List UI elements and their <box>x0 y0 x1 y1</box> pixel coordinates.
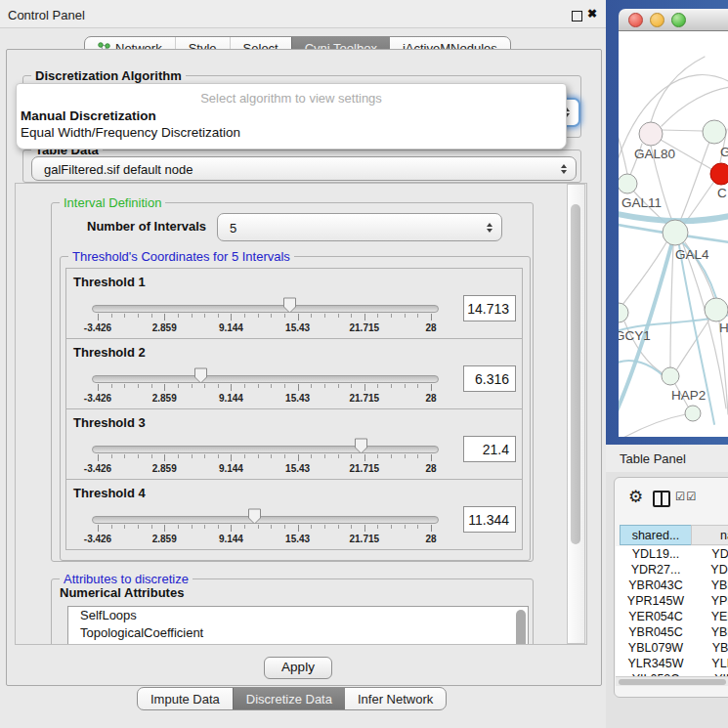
slider-thumb[interactable] <box>247 508 262 525</box>
slider-ticks <box>98 384 431 392</box>
table-row[interactable]: YBR043CYBR0 <box>616 578 728 593</box>
network-node-gal4[interactable] <box>663 220 688 245</box>
table-row[interactable]: YPR145WYPR1 <box>616 593 728 609</box>
minimize-traffic-light-icon[interactable] <box>650 13 664 27</box>
algorithm-hint-item[interactable]: Select algorithm to view settings <box>17 91 566 106</box>
node-label: H <box>719 321 728 335</box>
table-hscroll-thumb[interactable] <box>619 679 726 685</box>
network-edge[interactable] <box>619 125 627 174</box>
list-item[interactable]: BetweennessCentrality <box>68 642 528 645</box>
attributes-group: Attributes to discretize Numerical Attri… <box>51 578 534 645</box>
table-row[interactable]: YDL19...YDL1 <box>616 546 728 562</box>
control-panel-titlebar: Control Panel ✖ <box>0 0 606 28</box>
viewport-scrollbar-thumb[interactable] <box>571 204 580 544</box>
thresholds-group-title: Threshold's Coordinates for 5 Intervals <box>68 249 294 264</box>
network-node-gal80[interactable] <box>639 122 663 146</box>
threshold-label: Threshold 3 <box>73 415 146 430</box>
viewport-scrollbar-track[interactable] <box>567 184 585 644</box>
threshold-panel-3: Threshold 3-3.4262.8599.14415.4321.71528… <box>65 408 523 480</box>
node-label: GAL11 <box>621 195 662 210</box>
table-row[interactable]: YER054CYER0 <box>616 609 728 624</box>
tab-infer-network[interactable]: Infer Network <box>345 688 446 709</box>
split-columns-icon[interactable] <box>653 491 670 507</box>
close-traffic-light-icon[interactable] <box>628 13 643 27</box>
slider-track[interactable] <box>92 516 439 524</box>
network-node-h[interactable] <box>705 298 728 321</box>
network-node-ga[interactable] <box>703 120 726 144</box>
table-row[interactable]: YLR345WYLR3 <box>616 656 728 671</box>
attributes-group-title: Attributes to discretize <box>60 572 193 586</box>
network-node-c[interactable] <box>710 163 728 185</box>
thresholds-group: Threshold's Coordinates for 5 Intervals … <box>60 256 531 561</box>
tab-label: Discretize Data <box>246 692 332 707</box>
panel-title: Control Panel <box>8 8 85 22</box>
table-cell: YBR043C <box>620 578 692 593</box>
bottom-tab-strip: Impute DataDiscretize DataInfer Network <box>137 687 447 710</box>
network-edge[interactable] <box>619 414 686 437</box>
table-panel-title: Table Panel <box>620 451 686 466</box>
network-node-gal11[interactable] <box>619 174 637 193</box>
tab-discretize-data[interactable]: Discretize Data <box>233 688 345 709</box>
node-label: HAP2 <box>671 388 706 403</box>
network-node-gcy1[interactable] <box>619 303 628 322</box>
numerical-attributes-label: Numerical Attributes <box>60 585 184 600</box>
network-canvas[interactable]: GAL80GACGAL11GAL4GCY1HHAP2 <box>619 31 728 437</box>
list-item[interactable]: SelfLoops <box>68 607 528 624</box>
network-edge[interactable] <box>622 242 666 305</box>
table-cell: YBR0 <box>691 624 728 640</box>
network-edge[interactable] <box>651 57 705 122</box>
float-window-icon[interactable] <box>572 11 582 21</box>
threshold-value-field[interactable]: 21.4 <box>463 436 516 462</box>
slider-track[interactable] <box>92 446 439 453</box>
table-row[interactable]: YBL079WYBL0 <box>616 640 728 656</box>
table-cell: YDR27... <box>620 562 692 578</box>
slider-thumb[interactable] <box>282 297 297 314</box>
number-of-intervals-combobox[interactable]: 5 <box>217 213 502 241</box>
table-cell: YPR1 <box>691 593 728 609</box>
threshold-value-field[interactable]: 6.316 <box>463 365 516 392</box>
close-icon[interactable]: ✖ <box>587 7 597 21</box>
popup-item-manual-discretization[interactable]: Manual Discretization <box>20 108 563 123</box>
column-header-0[interactable]: shared... <box>620 525 692 545</box>
zoom-traffic-light-icon[interactable] <box>671 13 686 27</box>
slider-axis-labels: -3.4262.8599.14415.4321.71528 <box>98 322 431 333</box>
table-data-combobox[interactable]: galFiltered.sif default node <box>31 156 577 181</box>
column-header-1[interactable]: na <box>691 525 728 545</box>
network-node[interactable] <box>685 406 701 421</box>
slider-ticks <box>98 314 431 321</box>
network-edge[interactable] <box>676 320 709 370</box>
network-edge[interactable] <box>719 321 728 414</box>
combo-arrows-icon <box>487 223 492 233</box>
apply-button[interactable]: Apply <box>264 657 332 679</box>
gear-icon[interactable]: ⚙ <box>628 486 643 509</box>
table-cell: YPR145W <box>620 593 692 609</box>
combo-arrows-icon <box>561 164 567 174</box>
network-node-hap2[interactable] <box>662 367 679 385</box>
node-label: C <box>717 186 727 200</box>
table-row[interactable]: YDR27...YDR2 <box>616 562 728 578</box>
network-edge[interactable] <box>670 245 673 367</box>
attributes-list-scrollbar-thumb[interactable] <box>516 610 526 645</box>
table-data-group: Table Data galFiltered.sif default node <box>22 150 581 183</box>
list-item[interactable]: TopologicalCoefficient <box>68 624 528 642</box>
slider-track[interactable] <box>92 305 439 313</box>
tab-impute-data[interactable]: Impute Data <box>138 688 233 709</box>
slider-track[interactable] <box>92 375 439 383</box>
slider-axis-labels: -3.4262.8599.14415.4321.71528 <box>98 393 431 404</box>
network-window-titlebar[interactable] <box>619 9 728 31</box>
table-row[interactable]: YBR045CYBR0 <box>616 624 728 640</box>
slider-thumb[interactable] <box>193 367 208 384</box>
table-cell: YDL1 <box>691 546 728 562</box>
select-columns-checkbox-icons[interactable]: ☑☑ <box>675 490 698 503</box>
threshold-panel-1: Threshold 1-3.4262.8599.14415.4321.71528… <box>65 268 523 339</box>
network-edge[interactable] <box>662 130 703 131</box>
threshold-value-field[interactable]: 11.344 <box>463 506 516 533</box>
table-cell: YDR2 <box>691 562 728 578</box>
slider-thumb[interactable] <box>354 438 368 454</box>
network-edge[interactable] <box>662 87 728 126</box>
table-cell: YDL19... <box>620 546 692 562</box>
threshold-value-field[interactable]: 14.713 <box>463 295 516 321</box>
popup-item-equal-width-frequency[interactable]: Equal Width/Frequency Discretization <box>20 125 563 140</box>
table-horizontal-scrollbar[interactable] <box>616 676 728 686</box>
cyni-toolbox-panel: Discretization Algorithm Select algorith… <box>6 49 602 686</box>
